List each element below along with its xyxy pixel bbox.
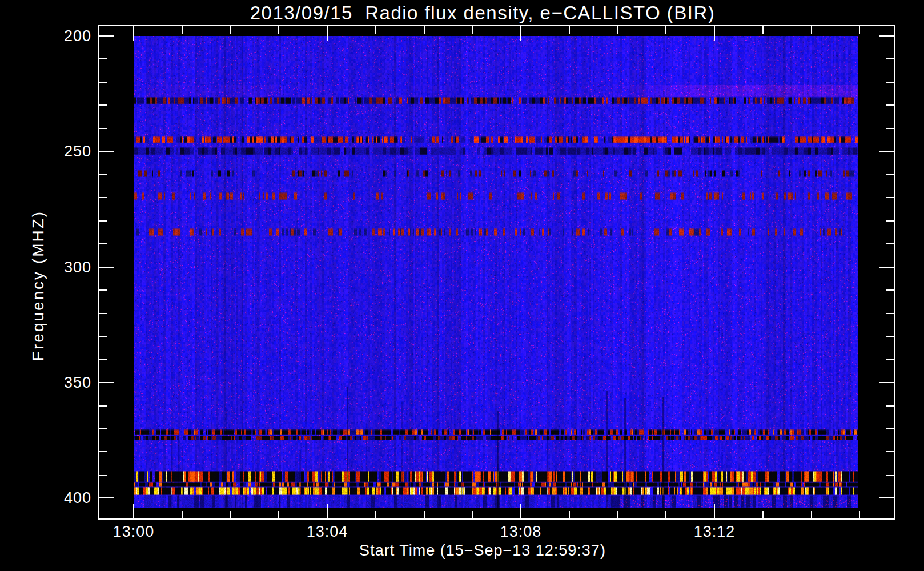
- y-minor-tick-right: [886, 220, 894, 222]
- callisto-spectrogram-figure: 2013/09/15 Radio flux density, e−CALLIST…: [0, 0, 924, 571]
- y-minor-tick-left: [99, 405, 107, 407]
- x-major-tick-bottom: [714, 504, 715, 518]
- y-minor-tick-right: [886, 104, 894, 106]
- y-tick-label: 250: [21, 142, 91, 160]
- y-minor-tick-right: [886, 82, 894, 83]
- y-minor-tick-left: [99, 220, 107, 222]
- x-minor-tick-bottom: [182, 511, 183, 518]
- y-minor-tick-left: [99, 475, 107, 476]
- x-axis-title: Start Time (15−Sep−13 12:59:37): [359, 542, 606, 560]
- x-major-tick-bottom: [133, 504, 134, 518]
- y-axis-title: Frequency (MHZ): [29, 210, 47, 361]
- y-minor-tick-right: [886, 475, 894, 476]
- x-minor-tick-bottom: [762, 511, 764, 518]
- y-major-tick-right: [879, 151, 894, 152]
- y-tick-label: 200: [21, 27, 91, 45]
- y-minor-tick-left: [99, 451, 107, 452]
- chart-title: 2013/09/15 Radio flux density, e−CALLIST…: [250, 2, 716, 24]
- x-major-tick-top: [714, 26, 715, 41]
- y-major-tick-left: [99, 382, 114, 383]
- y-major-tick-right: [879, 382, 894, 383]
- y-minor-tick-right: [886, 359, 894, 360]
- y-minor-tick-left: [99, 243, 107, 244]
- y-minor-tick-left: [99, 313, 107, 314]
- y-major-tick-right: [879, 35, 894, 37]
- y-minor-tick-left: [99, 428, 107, 429]
- x-minor-tick-top: [762, 26, 764, 34]
- x-minor-tick-bottom: [230, 511, 231, 518]
- x-minor-tick-top: [182, 26, 183, 34]
- x-minor-tick-bottom: [665, 511, 666, 518]
- x-major-tick-top: [520, 26, 521, 41]
- x-tick-label: 13:04: [282, 523, 373, 541]
- y-minor-tick-left: [99, 128, 107, 129]
- x-minor-tick-top: [811, 26, 812, 34]
- y-major-tick-left: [99, 267, 114, 268]
- x-minor-tick-top: [230, 26, 231, 34]
- x-tick-label: 13:12: [669, 523, 760, 541]
- y-minor-tick-right: [886, 197, 894, 198]
- x-minor-tick-top: [472, 26, 473, 34]
- y-minor-tick-left: [99, 289, 107, 291]
- y-minor-tick-left: [99, 58, 107, 59]
- y-minor-tick-right: [886, 58, 894, 59]
- y-major-tick-left: [99, 497, 114, 498]
- y-minor-tick-right: [886, 336, 894, 337]
- x-major-tick-top: [327, 26, 328, 41]
- x-major-tick-bottom: [327, 504, 328, 518]
- y-minor-tick-left: [99, 336, 107, 337]
- x-minor-tick-bottom: [472, 511, 473, 518]
- y-minor-tick-right: [886, 405, 894, 407]
- y-major-tick-right: [879, 267, 894, 268]
- x-minor-tick-top: [569, 26, 570, 34]
- y-tick-label: 350: [21, 373, 91, 392]
- x-tick-label: 13:00: [88, 523, 179, 541]
- x-minor-tick-top: [375, 26, 376, 34]
- y-minor-tick-left: [99, 82, 107, 83]
- x-minor-tick-top: [859, 26, 860, 34]
- y-minor-tick-left: [99, 174, 107, 175]
- y-major-tick-left: [99, 35, 114, 37]
- x-minor-tick-top: [424, 26, 425, 34]
- x-minor-tick-bottom: [424, 511, 425, 518]
- y-minor-tick-right: [886, 128, 894, 129]
- y-minor-tick-left: [99, 104, 107, 106]
- y-minor-tick-right: [886, 313, 894, 314]
- y-minor-tick-left: [99, 197, 107, 198]
- y-minor-tick-left: [99, 359, 107, 360]
- y-minor-tick-right: [886, 243, 894, 244]
- plot-frame: [98, 25, 895, 520]
- x-minor-tick-bottom: [859, 511, 860, 518]
- x-minor-tick-bottom: [278, 511, 279, 518]
- x-minor-tick-top: [665, 26, 666, 34]
- y-minor-tick-right: [886, 428, 894, 429]
- x-minor-tick-bottom: [617, 511, 618, 518]
- x-minor-tick-top: [278, 26, 279, 34]
- x-major-tick-top: [133, 26, 134, 41]
- y-minor-tick-right: [886, 174, 894, 175]
- y-minor-tick-right: [886, 289, 894, 291]
- x-minor-tick-bottom: [569, 511, 570, 518]
- x-minor-tick-bottom: [811, 511, 812, 518]
- x-tick-label: 13:08: [475, 523, 567, 541]
- x-minor-tick-bottom: [375, 511, 376, 518]
- y-major-tick-right: [879, 497, 894, 498]
- x-major-tick-bottom: [520, 504, 521, 518]
- y-major-tick-left: [99, 151, 114, 152]
- x-minor-tick-top: [617, 26, 618, 34]
- y-tick-label: 400: [21, 489, 91, 507]
- y-minor-tick-right: [886, 451, 894, 452]
